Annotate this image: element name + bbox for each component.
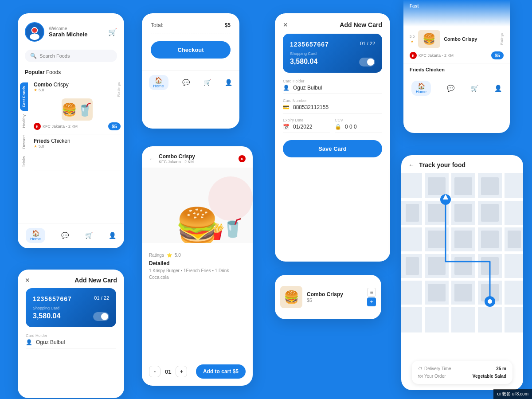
nav-home[interactable]: 🏠 Home [26,228,45,243]
close-button[interactable]: ✕ [283,21,288,28]
svg-rect-24 [428,257,446,275]
svg-point-2 [30,34,39,40]
close-button[interactable]: ✕ [25,277,30,284]
tab-fast-foods[interactable]: Fast Foods [20,82,28,111]
search-bar[interactable]: 🔍 [25,50,117,62]
avatar [25,22,44,42]
total-label: Total: [151,22,164,28]
add-to-cart-button[interactable]: Add to cart $5 [196,364,246,379]
svg-rect-22 [454,231,472,248]
nav-chat[interactable]: 💬 [61,232,69,239]
bottom-nav-card6: 🏠 Home 💬 🛒 👤 [403,76,510,101]
svg-rect-25 [454,257,472,275]
category-tabs: Fast Foods Healthy Dessert Drinks [18,78,30,171]
food-detail-name: Combo Crispy [159,153,235,160]
holder-icon: 👤 [283,85,289,91]
bottom-nav: 🏠 Home 💬 🛒 👤 [18,223,124,248]
add-to-cart-row: - 01 + Add to cart $5 [149,364,246,379]
card-number-field: Card Number 💳 888532112155 [283,98,382,113]
delivery-time-label: ⏱ Delivery Time [418,366,451,371]
holder-label: Card Holder [283,79,382,83]
watermark: ui 老爸 uil8.com [493,389,532,399]
popular-label: Popular Foods [18,66,124,78]
expiry-label: Expiry Date [283,118,330,122]
ratings-detail: Ratings ⭐ 5.0 [149,253,246,258]
svg-rect-28 [454,284,472,301]
order-add-button[interactable]: + [367,297,376,306]
nav-chat[interactable]: 💬 [182,79,190,86]
nav-chat[interactable]: 💬 [447,85,454,92]
delivery-time-value: 25 m [496,366,506,371]
svg-rect-23 [481,231,499,248]
chat-icon: 💬 [61,232,69,239]
nav-cart[interactable]: 🛒 [471,85,478,92]
list-item: 5.0 ★ 🍔 Combo Crispy Ratings [403,27,510,51]
card-toggle[interactable] [93,312,109,321]
clock-icon: ⏱ [418,366,422,371]
save-card-button[interactable]: Save Card [283,140,382,157]
back-button[interactable]: ← [149,155,155,162]
delivery-time-row: ⏱ Delivery Time 25 m [418,366,506,371]
add-card-title: Add New Card [340,21,382,28]
cart-icon[interactable]: 🛒 [108,28,117,36]
svg-point-3 [32,28,37,33]
increase-qty-button[interactable]: + [176,366,187,377]
order-item-name: Combo Crispy [307,291,363,297]
card-toggle[interactable] [359,58,375,66]
search-input[interactable] [39,53,112,59]
food-name: Frieds Chicken [34,138,121,144]
home-icon: 🏠 [418,82,425,90]
ratings-vertical: Ratings [500,33,504,45]
svg-rect-14 [428,177,446,195]
holder-field-partial: Card Holder 👤 Oguz Bulbul [26,333,116,348]
checkout-button[interactable]: Checkout [151,41,231,59]
rating-row: ★ 5.0 [34,144,121,149]
kfc-logo: K [410,52,417,59]
chat-icon: 💬 [447,85,454,92]
card3-header: ✕ Add New Card [275,13,390,34]
quantity-controls: - 01 + [149,366,187,377]
tab-healthy[interactable]: Healthy [20,111,28,132]
nav-home-checkout[interactable]: 🏠 Home [149,75,168,90]
cart-nav-icon: 🛒 [85,232,93,239]
order-mini-card: 🍔 Combo Crispy $5 ≡ + [275,275,381,319]
ingredients-text: 1 Krispy Burger • 1French Fries • 1 Drin… [149,267,246,281]
app-header: Welcome Sarah Michele 🛒 [18,13,124,46]
track-food-card: ← Track your food [401,155,523,390]
nav-profile[interactable]: 👤 [494,85,502,92]
checkout-content: Total: $5 Checkout [142,13,239,70]
holder-icon: 👤 [26,339,32,345]
card-expiry-display: 01 / 22 [94,295,109,301]
your-order-row: 🍽 Your Order Vegetable Salad [418,374,506,379]
svg-rect-18 [454,204,472,222]
food-app-main-card: Welcome Sarah Michele 🛒 🔍 Popular Foods … [18,13,124,248]
food-icon: 🍽 [418,374,422,379]
kfc-logo: K [34,123,41,130]
holder-value: Oguz Bulbul [293,85,322,91]
map-back-button[interactable]: ← [408,161,415,168]
svg-rect-30 [406,257,419,275]
nav-home[interactable]: 🏠 Home [411,81,431,96]
tab-drinks[interactable]: Drinks [20,153,28,171]
ccv-label: CCV [335,118,382,122]
order-controls: ≡ + [367,288,376,306]
tab-dessert[interactable]: Dessert [20,132,28,153]
cart-icon: 🛒 [471,85,478,92]
add-card-bottom: ✕ Add New Card 1235657667 01 / 22 Shoppi… [18,270,124,398]
nav-profile[interactable]: 👤 [225,79,232,86]
decrease-qty-button[interactable]: - [149,366,160,377]
ratings-label: Ratings [149,253,164,258]
fast-foods-tab-label: Fast [403,0,425,27]
nav-profile[interactable]: 👤 [109,232,116,239]
rating-value: 5.0 [175,253,181,258]
search-icon: 🔍 [30,53,37,59]
nav-cart[interactable]: 🛒 [85,232,93,239]
nav-cart[interactable]: 🛒 [203,79,211,86]
home-icon: 🏠 [155,77,162,84]
profile-icon: 👤 [109,232,116,239]
profile-icon: 👤 [225,79,232,86]
card8-header: ✕ Add New Card [18,270,124,288]
card6-top: Fast [403,0,510,27]
order-menu-button[interactable]: ≡ [367,288,376,297]
svg-rect-27 [428,284,446,301]
